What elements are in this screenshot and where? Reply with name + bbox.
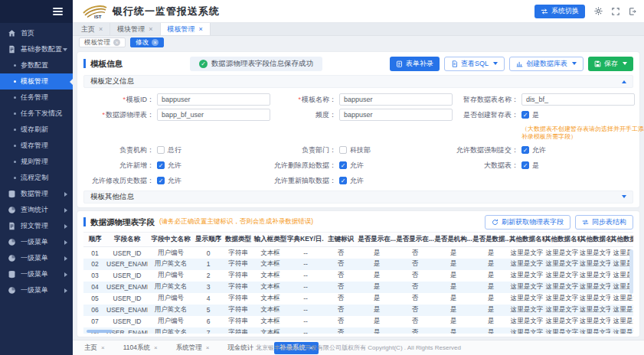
sidebar-item-模板管理[interactable]: 模板管理 <box>0 73 73 90</box>
breadcrumb-chip-模板管理[interactable]: 模板管理× <box>79 37 126 47</box>
checkbox[interactable]: ✓ <box>157 161 165 169</box>
table-cell: 是 <box>434 282 472 293</box>
tab-模块管理[interactable]: 模块管理× <box>110 23 160 35</box>
form-entry-button[interactable]: 表单补录 <box>390 57 440 71</box>
sidebar-item-任务下发情况[interactable]: 任务下发情况 <box>0 106 73 122</box>
horizontal-scrollbar[interactable] <box>87 330 113 333</box>
checkbox[interactable] <box>157 146 165 154</box>
bottom-tab-系统管理[interactable]: 系统管理× <box>171 342 215 354</box>
vertical-scrollbar[interactable] <box>629 249 633 294</box>
sidebar-item-基础参数配置[interactable]: 基础参数配置 <box>0 41 73 57</box>
app-window: 首页基础参数配置参数配置模板管理任务管理任务下发情况缓存刷新缓存管理规则管理流程… <box>0 0 644 355</box>
sync-structure-button[interactable]: 同步表结构 <box>575 215 633 230</box>
sidebar-item-任务管理[interactable]: 任务管理 <box>0 90 73 106</box>
table-cell: 字符串 <box>223 259 253 270</box>
checkbox[interactable]: ✓ <box>521 111 529 119</box>
table-row[interactable]: 03USER_ID用户编号2字符串文本框--否是否是是这里是文字这里是文字这里是… <box>83 270 633 282</box>
table-cell: 用户编号 <box>148 270 194 282</box>
tab-模板管理[interactable]: 模板管理× <box>161 23 211 35</box>
tab-close-icon[interactable]: × <box>154 345 158 351</box>
频度-input[interactable] <box>339 109 453 121</box>
table-cell: 这里是文字 <box>544 247 580 259</box>
system-switch-button[interactable]: 系统切换 <box>534 5 585 18</box>
table-cell: 字符串 <box>223 282 253 293</box>
sidebar-item-报文管理[interactable]: 报文管理 <box>0 218 73 234</box>
table-cell: 是 <box>358 282 396 293</box>
table-cell: 文本框 <box>253 305 287 316</box>
bottom-tab-主页[interactable]: 主页× <box>79 342 110 354</box>
数据源物理表-input[interactable] <box>157 109 270 121</box>
table-cell: 这里是文字 <box>544 259 580 270</box>
table-row[interactable]: 06USER_ENAME用户英文名5字符串文本框--否是否是是这里是文字这里是文… <box>83 305 633 316</box>
sidebar-item-label: 报文管理 <box>21 221 48 231</box>
fullscreen-icon[interactable] <box>612 8 619 15</box>
sidebar-item-流程定制[interactable]: 流程定制 <box>0 170 73 186</box>
table-cell: 是 <box>472 270 509 282</box>
table-row[interactable]: 08USER_ENAME用户英文名7字符串文本框--否是否是是这里是文字这里是文… <box>83 327 633 334</box>
hamburger-menu-icon[interactable] <box>53 6 63 17</box>
tab-主页[interactable]: 主页× <box>74 23 110 35</box>
chip-close-icon[interactable]: × <box>113 39 120 46</box>
sidebar-item-一级菜单[interactable]: 一级菜单 <box>0 266 73 282</box>
sidebar-item-首页[interactable]: 首页 <box>0 25 73 41</box>
create-db-table-button[interactable]: 创建数据库表 <box>509 57 584 71</box>
table-row[interactable]: 02USER_ENAME用户英文名1字符串文本框--否是否是是这里是文字这里是文… <box>83 259 633 270</box>
模板ID-input[interactable] <box>157 93 270 106</box>
模板名称-input[interactable] <box>339 93 453 106</box>
sidebar-item-一级菜单[interactable]: 一级菜单 <box>0 282 73 298</box>
field-label: 负责机构： <box>83 144 154 156</box>
tab-close-icon[interactable]: × <box>149 26 152 33</box>
logout-icon[interactable] <box>629 8 636 15</box>
bottom-tab-1104系统[interactable]: 1104系统× <box>118 342 163 354</box>
bottom-tab-label: 1104系统 <box>123 344 150 353</box>
sidebar-item-缓存管理[interactable]: 缓存管理 <box>0 138 73 154</box>
sidebar-item-label: 任务管理 <box>21 93 48 103</box>
bullet-icon <box>14 96 16 99</box>
primary-key-hint: (请务必正确设置主键标识，否则会造成补录数据错误) <box>159 217 313 226</box>
暂存数据表名称-input[interactable] <box>521 93 635 106</box>
table-cell: 这里是文字 <box>544 270 580 282</box>
checkbox[interactable]: ✓ <box>339 177 347 184</box>
tab-close-icon[interactable]: × <box>99 26 103 33</box>
collapse-icon[interactable] <box>622 80 626 83</box>
table-row[interactable]: 05USER_ID用户编号4字符串文本框--否是否是是这里是文字这里是文字这里是… <box>83 293 633 305</box>
checkbox[interactable]: ✓ <box>521 146 529 154</box>
refresh-fields-button[interactable]: 刷新获取物理表字段 <box>485 215 570 230</box>
table-cell: 这里是文字 <box>544 305 580 316</box>
table-cell: 01 <box>83 247 106 259</box>
tab-close-icon[interactable]: × <box>199 26 203 33</box>
form-field: 负责部门：科技部 <box>266 142 448 157</box>
field-label: 允许修改历史数据： <box>83 174 154 187</box>
breadcrumb-chip-修改[interactable]: 修改× <box>130 37 164 47</box>
expand-icon[interactable] <box>622 195 626 198</box>
field-hint: （大数据表不创建暂存表请勿选择并开手工添加补录模板所需字段） <box>521 124 644 142</box>
sidebar-item-缓存刷新[interactable]: 缓存刷新 <box>0 122 73 138</box>
table-row[interactable]: 07USER_ID用户编号6字符串文本框--否是否是是这里是文字这里是文字这里是… <box>83 316 633 327</box>
sidebar-item-数据管理[interactable]: 数据管理 <box>0 186 73 202</box>
gear-icon[interactable] <box>594 7 603 15</box>
field-label: 允许重新抽取数据： <box>266 174 336 187</box>
sidebar-item-规则管理[interactable]: 规则管理 <box>0 154 73 170</box>
bullet-icon <box>14 129 16 131</box>
chip-label: 修改 <box>136 38 149 47</box>
sidebar-item-一级菜单[interactable]: 一级菜单 <box>0 250 73 266</box>
tab-close-icon[interactable]: × <box>206 345 210 351</box>
sidebar-item-参数配置[interactable]: 参数配置 <box>0 57 73 73</box>
view-sql-button[interactable]: 查看SQL <box>444 57 505 71</box>
table-cell: -- <box>287 247 324 259</box>
checkbox[interactable]: ✓ <box>521 161 529 169</box>
sidebar-item-一级菜单[interactable]: 一级菜单 <box>0 234 73 250</box>
tab-close-icon[interactable]: × <box>101 345 105 351</box>
table-row[interactable]: 04USER_ENAME用户英文名3字符串文本框--否是否是是这里是文字这里是文… <box>83 282 633 293</box>
checkbox[interactable]: ✓ <box>157 177 165 184</box>
workspace-tabs: 主页×模块管理×模板管理× <box>73 23 644 36</box>
checkbox[interactable]: ✓ <box>339 161 347 169</box>
table-cell: 这里是文字 <box>544 316 580 327</box>
sidebar-item-查询统计[interactable]: 查询统计 <box>0 202 73 218</box>
checkbox-label: 允许 <box>350 174 364 187</box>
checkbox[interactable] <box>339 146 347 154</box>
chip-close-icon[interactable]: × <box>152 39 159 46</box>
table-cell: 04 <box>83 282 106 293</box>
table-row[interactable]: 01USER_ID用户编号0字符串文本框--否是否是是这里是文字这里是文字这里是… <box>83 247 633 259</box>
save-button[interactable]: 保存 <box>588 57 633 71</box>
